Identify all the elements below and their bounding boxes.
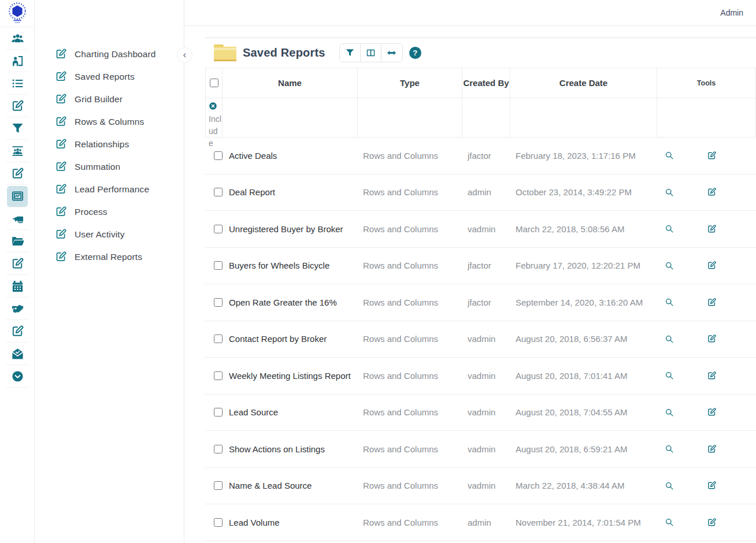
filter-cell-created-by xyxy=(462,98,510,137)
report-created-by: vadmin xyxy=(462,371,510,381)
select-all-checkbox[interactable] xyxy=(210,79,218,87)
edit-report-icon[interactable] xyxy=(707,224,717,234)
row-checkbox[interactable] xyxy=(214,334,223,343)
edit-report-icon[interactable] xyxy=(707,334,717,344)
sidebar-item-lead-performance[interactable]: Lead Performance xyxy=(35,178,184,200)
row-checkbox[interactable] xyxy=(214,445,223,453)
team-icon xyxy=(7,141,28,162)
sidebar-item-saved-reports[interactable]: Saved Reports xyxy=(35,65,184,88)
row-tools-cell xyxy=(657,334,756,344)
filter-button[interactable] xyxy=(340,44,361,62)
edit-report-icon[interactable] xyxy=(707,444,717,454)
row-checkbox-cell xyxy=(205,371,223,380)
edit-report-icon[interactable] xyxy=(707,407,717,417)
row-tools-cell xyxy=(657,261,756,270)
view-report-icon[interactable] xyxy=(665,297,674,307)
sidebar-item-label: Charting Dashboard xyxy=(75,49,156,59)
rail-item[interactable] xyxy=(0,140,35,162)
sidebar-collapse-button[interactable]: ‹ xyxy=(177,47,192,63)
edit-report-icon[interactable] xyxy=(707,518,717,527)
view-report-icon[interactable] xyxy=(665,518,674,527)
rail-item[interactable] xyxy=(0,95,35,117)
column-header-name[interactable]: Name xyxy=(223,68,358,98)
report-name: Deal Report xyxy=(223,187,358,197)
pen-square-icon xyxy=(55,183,67,195)
help-button[interactable]: ? xyxy=(409,47,421,59)
row-checkbox[interactable] xyxy=(214,408,223,416)
sidebar-item-process[interactable]: Process xyxy=(35,200,184,223)
sidebar-item-external-reports[interactable]: External Reports xyxy=(35,246,184,268)
remove-filter-icon[interactable] xyxy=(209,102,217,110)
edit-report-icon[interactable] xyxy=(707,297,717,307)
pen-square-icon xyxy=(55,48,67,60)
row-checkbox[interactable] xyxy=(214,371,223,380)
rail-item[interactable] xyxy=(0,297,35,320)
view-report-icon[interactable] xyxy=(665,224,674,233)
pen-square-icon xyxy=(55,206,67,218)
sidebar-item-label: Relationships xyxy=(75,139,129,150)
row-checkbox[interactable] xyxy=(214,518,223,527)
rail-item[interactable] xyxy=(0,185,35,207)
row-checkbox[interactable] xyxy=(214,188,223,196)
edit-icon xyxy=(7,96,28,117)
page-title: Saved Reports xyxy=(243,46,325,59)
rail-item[interactable] xyxy=(0,117,35,140)
columns-button[interactable] xyxy=(361,44,381,62)
rail-item[interactable] xyxy=(0,72,35,95)
rail-item[interactable] xyxy=(0,343,35,365)
rail-item[interactable] xyxy=(0,207,35,230)
view-report-icon[interactable] xyxy=(665,188,674,197)
edit-report-icon[interactable] xyxy=(707,371,717,381)
report-created-by: jfactor xyxy=(462,261,510,270)
mail-icon xyxy=(7,344,28,365)
send-icon xyxy=(7,209,28,229)
report-create-date: September 14, 2020, 3:16:20 AM xyxy=(510,297,657,307)
rail-item[interactable] xyxy=(0,50,35,72)
edit-report-icon[interactable] xyxy=(707,261,717,270)
row-tools-cell xyxy=(657,371,756,381)
pen-square-icon xyxy=(55,228,67,240)
edit-report-icon[interactable] xyxy=(707,481,717,490)
table-row: Contact Report by Broker Rows and Column… xyxy=(205,321,756,358)
sidebar-item-rows-columns[interactable]: Rows & Columns xyxy=(35,110,184,133)
sidebar-item-summation[interactable]: Summation xyxy=(35,155,184,178)
row-checkbox[interactable] xyxy=(214,298,223,307)
row-checkbox[interactable] xyxy=(214,151,223,160)
row-checkbox[interactable] xyxy=(214,225,223,233)
rail-item[interactable] xyxy=(0,162,35,185)
app-logo-icon xyxy=(6,1,28,26)
view-report-icon[interactable] xyxy=(665,408,674,417)
view-report-icon[interactable] xyxy=(665,261,674,270)
row-tools-cell xyxy=(657,151,756,161)
rail-item[interactable] xyxy=(0,365,35,388)
report-create-date: August 20, 2018, 6:59:21 AM xyxy=(510,444,657,454)
user-menu[interactable]: Admin xyxy=(720,8,743,17)
row-tools-cell xyxy=(657,481,756,490)
row-checkbox[interactable] xyxy=(214,261,223,270)
column-header-created-by[interactable]: Created By xyxy=(462,68,510,98)
sidebar-item-user-activity[interactable]: User Activity xyxy=(35,223,184,246)
edit-report-icon[interactable] xyxy=(707,187,717,197)
view-report-icon[interactable] xyxy=(665,481,674,490)
filter-cell-type xyxy=(358,98,462,137)
view-report-icon[interactable] xyxy=(665,444,674,453)
table-row: Buyers for Wheels Bicycle Rows and Colum… xyxy=(205,248,756,285)
sidebar-item-grid-builder[interactable]: Grid Builder xyxy=(35,88,184,110)
view-report-icon[interactable] xyxy=(665,371,674,380)
rail-item[interactable] xyxy=(0,275,35,297)
view-report-icon[interactable] xyxy=(665,334,674,344)
row-checkbox[interactable] xyxy=(214,481,223,490)
column-header-create-date[interactable]: Create Date xyxy=(510,68,657,98)
edit-report-icon[interactable] xyxy=(707,151,717,161)
expand-button[interactable] xyxy=(381,44,402,62)
sidebar-item-charting-dashboard[interactable]: Charting Dashboard xyxy=(35,43,184,65)
sidebar-item-relationships[interactable]: Relationships xyxy=(35,133,184,155)
rail-item[interactable] xyxy=(0,27,35,50)
report-create-date: November 21, 2014, 7:01:54 PM xyxy=(510,518,657,527)
rail-item[interactable] xyxy=(0,230,35,252)
view-report-icon[interactable] xyxy=(665,151,674,160)
rail-item[interactable] xyxy=(0,320,35,343)
rail-item[interactable] xyxy=(0,252,35,275)
filter-cell-create-date xyxy=(510,98,657,137)
column-header-type[interactable]: Type xyxy=(358,68,462,98)
